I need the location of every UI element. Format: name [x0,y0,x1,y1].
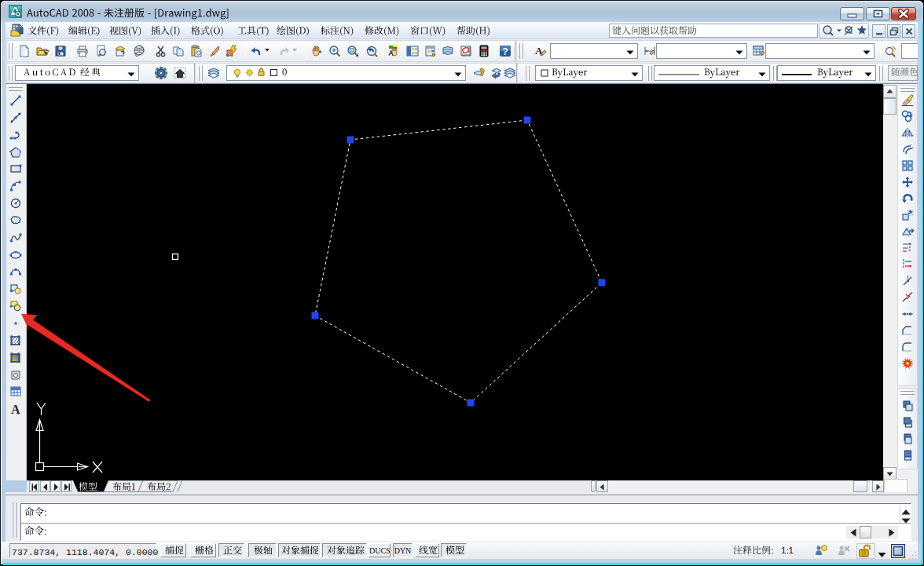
svg-text:?: ? [502,46,508,57]
